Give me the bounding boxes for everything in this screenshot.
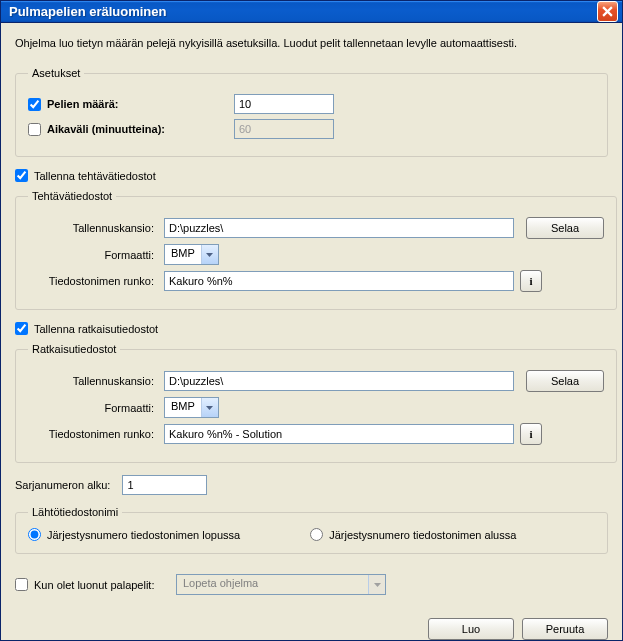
task-folder-label: Tallennuskansio:: [28, 222, 158, 234]
after-create-checkbox[interactable]: [15, 578, 28, 591]
games-count-checkbox[interactable]: [28, 98, 41, 111]
games-count-label: Pelien määrä:: [47, 98, 119, 110]
dialog-buttons: Luo Peruuta: [1, 610, 622, 641]
interval-checkbox[interactable]: [28, 123, 41, 136]
solution-stem-input[interactable]: [164, 424, 514, 444]
task-browse-button[interactable]: Selaa: [526, 217, 604, 239]
order-suffix-label: Järjestysnumero tiedostonimen lopussa: [47, 529, 240, 541]
task-info-button[interactable]: i: [520, 270, 542, 292]
after-create-value: Lopeta ohjelma: [177, 575, 368, 594]
solution-stem-label: Tiedostonimen runko:: [28, 428, 158, 440]
task-format-label: Formaatti:: [28, 249, 158, 261]
order-prefix-label: Järjestysnumero tiedostonimen alussa: [329, 529, 516, 541]
solution-folder-label: Tallennuskansio:: [28, 375, 158, 387]
window-title: Pulmapelien eräluominen: [9, 4, 597, 19]
solution-browse-button[interactable]: Selaa: [526, 370, 604, 392]
order-prefix-radio[interactable]: [310, 528, 323, 541]
task-format-value: BMP: [165, 245, 201, 264]
games-count-input[interactable]: [234, 94, 334, 114]
interval-input: [234, 119, 334, 139]
save-solution-checkbox[interactable]: [15, 322, 28, 335]
serial-start-input[interactable]: [122, 475, 207, 495]
interval-label: Aikaväli (minuutteina):: [47, 123, 165, 135]
task-folder-input[interactable]: [164, 218, 514, 238]
task-files-legend: Tehtävätiedostot: [28, 190, 116, 202]
after-create-select: Lopeta ohjelma: [176, 574, 386, 595]
titlebar: Pulmapelien eräluominen: [1, 1, 622, 23]
output-name-group: Lähtötiedostonimi Järjestysnumero tiedos…: [15, 506, 608, 554]
task-stem-label: Tiedostonimen runko:: [28, 275, 158, 287]
settings-legend: Asetukset: [28, 67, 84, 79]
chevron-down-icon: [201, 398, 218, 417]
save-task-checkbox[interactable]: [15, 169, 28, 182]
solution-folder-input[interactable]: [164, 371, 514, 391]
description-text: Ohjelma luo tietyn määrän pelejä nykyisi…: [15, 37, 608, 49]
save-solution-label: Tallenna ratkaisutiedostot: [34, 323, 158, 335]
solution-files-group: Ratkaisutiedostot Tallennuskansio: Selaa…: [15, 343, 617, 463]
settings-group: Asetukset Pelien määrä: Aikaväli (minuut…: [15, 67, 608, 157]
after-create-label: Kun olet luonut palapelit:: [34, 579, 154, 591]
solution-format-value: BMP: [165, 398, 201, 417]
output-name-legend: Lähtötiedostonimi: [28, 506, 122, 518]
cancel-button[interactable]: Peruuta: [522, 618, 608, 640]
solution-format-select[interactable]: BMP: [164, 397, 219, 418]
close-icon: [602, 6, 613, 17]
solution-files-legend: Ratkaisutiedostot: [28, 343, 120, 355]
chevron-down-icon: [201, 245, 218, 264]
task-stem-input[interactable]: [164, 271, 514, 291]
solution-format-label: Formaatti:: [28, 402, 158, 414]
order-suffix-radio[interactable]: [28, 528, 41, 541]
serial-start-label: Sarjanumeron alku:: [15, 479, 116, 491]
task-files-group: Tehtävätiedostot Tallennuskansio: Selaa …: [15, 190, 617, 310]
dialog-content: Ohjelma luo tietyn määrän pelejä nykyisi…: [1, 23, 622, 610]
close-button[interactable]: [597, 1, 618, 22]
task-format-select[interactable]: BMP: [164, 244, 219, 265]
chevron-down-icon: [368, 575, 385, 594]
solution-info-button[interactable]: i: [520, 423, 542, 445]
dialog-window: Pulmapelien eräluominen Ohjelma luo tiet…: [0, 0, 623, 641]
create-button[interactable]: Luo: [428, 618, 514, 640]
save-task-label: Tallenna tehtävätiedostot: [34, 170, 156, 182]
